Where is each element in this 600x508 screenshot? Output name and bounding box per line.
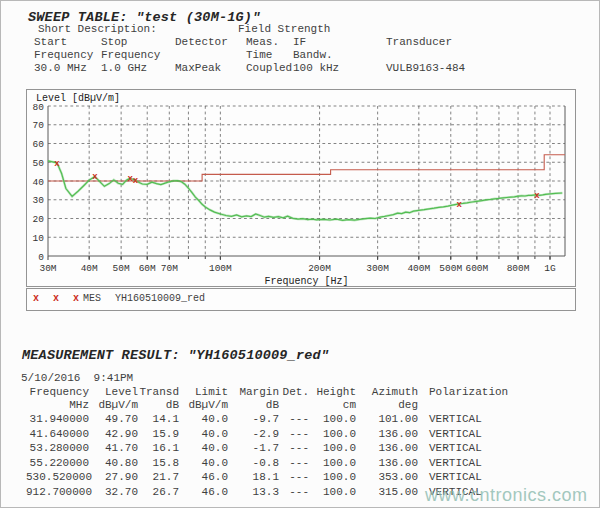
col-if-sub: Bandw. bbox=[293, 49, 333, 62]
svg-text:30M: 30M bbox=[39, 263, 56, 274]
measurement-result-title: MEASUREMENT RESULT: "YH160510009_red" bbox=[22, 348, 329, 363]
hdr-limit-unit: dBµV/m bbox=[179, 399, 228, 412]
result-cell: 40.0 bbox=[179, 441, 228, 456]
result-cell: 32.70 bbox=[89, 485, 138, 500]
sweep-values-row: 30.0 MHz 1.0 GHz MaxPeak Coupled 100 kHz… bbox=[26, 62, 586, 75]
col-meas-sub: Time bbox=[246, 49, 272, 62]
svg-text:40: 40 bbox=[33, 177, 45, 188]
hdr-transd-unit: dB bbox=[138, 399, 179, 412]
svg-text:400M: 400M bbox=[407, 263, 430, 274]
meas-time-value: Coupled bbox=[246, 62, 292, 75]
x-axis-label: Frequency [Hz] bbox=[264, 276, 348, 286]
col-start-sub: Frequency bbox=[34, 49, 93, 62]
result-cell: 26.7 bbox=[138, 485, 179, 500]
legend-trace-name: YH160510009_red bbox=[101, 293, 205, 304]
sweep-columns-header-1: Start Stop Detector Meas. IF Transducer bbox=[26, 36, 586, 49]
hdr-azimuth: Azimuth bbox=[356, 386, 418, 399]
result-cell: 100.0 bbox=[309, 412, 356, 427]
result-cell: 31.940000 bbox=[26, 412, 89, 427]
legend-mes-label: MES bbox=[83, 293, 101, 304]
result-row: 55.22000040.8015.840.0-0.8---100.0136.00… bbox=[26, 456, 518, 471]
svg-text:60M: 60M bbox=[139, 263, 156, 274]
marker-x-icon: x x x bbox=[27, 293, 83, 304]
hdr-frequency: Frequency bbox=[26, 386, 89, 399]
result-cell: 136.00 bbox=[356, 456, 418, 471]
result-cell: 315.00 bbox=[356, 485, 418, 500]
short-description-label: Short Description: bbox=[38, 23, 157, 36]
hdr-det-unit bbox=[279, 399, 309, 412]
svg-text:1G: 1G bbox=[544, 263, 556, 274]
svg-text:50: 50 bbox=[33, 158, 45, 169]
svg-text:20: 20 bbox=[33, 214, 45, 225]
chart-legend: x x xMESYH160510009_red bbox=[26, 288, 576, 311]
result-cell: --- bbox=[279, 412, 309, 427]
result-cell: --- bbox=[279, 456, 309, 471]
result-cell: 40.0 bbox=[179, 427, 228, 442]
result-cell: VERTICAL bbox=[418, 456, 518, 471]
result-cell: 41.640000 bbox=[26, 427, 89, 442]
level-chart-svg: 8070605040302010030M40M50M60M70M100M200M… bbox=[27, 90, 575, 286]
result-cell: --- bbox=[279, 470, 309, 485]
measurement-datetime: 5/10/2016 9:41PM bbox=[21, 372, 133, 384]
svg-text:800M: 800M bbox=[507, 263, 530, 274]
svg-text:30: 30 bbox=[33, 195, 45, 206]
hdr-transd: Transd bbox=[138, 386, 179, 399]
hdr-height-unit: cm bbox=[309, 399, 356, 412]
svg-text:300M: 300M bbox=[366, 263, 389, 274]
svg-text:200M: 200M bbox=[308, 263, 331, 274]
result-cell: 53.280000 bbox=[26, 441, 89, 456]
result-cell: -2.9 bbox=[228, 427, 279, 442]
result-cell: -1.7 bbox=[228, 441, 279, 456]
hdr-frequency-unit: MHz bbox=[26, 399, 89, 412]
result-cell: -0.8 bbox=[228, 456, 279, 471]
col-if-label: IF bbox=[293, 36, 306, 49]
result-cell: 16.1 bbox=[138, 441, 179, 456]
result-row: 31.94000049.7014.140.0-9.7---100.0101.00… bbox=[26, 412, 518, 427]
svg-text:70: 70 bbox=[33, 120, 45, 131]
result-row: 530.52000027.9021.746.018.1---100.0353.0… bbox=[26, 470, 518, 485]
col-stop-sub: Frequency bbox=[101, 49, 160, 62]
result-cell: 136.00 bbox=[356, 427, 418, 442]
result-cell: 353.00 bbox=[356, 470, 418, 485]
result-cell: 14.1 bbox=[138, 412, 179, 427]
result-cell: VERTICAL bbox=[418, 441, 518, 456]
result-cell: 530.520000 bbox=[26, 470, 89, 485]
result-row: 41.64000042.9015.940.0-2.9---100.0136.00… bbox=[26, 427, 518, 442]
result-cell: 49.70 bbox=[89, 412, 138, 427]
result-cell: 100.0 bbox=[309, 456, 356, 471]
result-cell: 100.0 bbox=[309, 427, 356, 442]
result-cell: 100.0 bbox=[309, 441, 356, 456]
col-detector-label: Detector bbox=[175, 36, 228, 49]
result-cell: --- bbox=[279, 427, 309, 442]
col-transducer-label: Transducer bbox=[386, 36, 452, 49]
result-cell: --- bbox=[279, 441, 309, 456]
marker-x-icon: x bbox=[457, 200, 463, 210]
hdr-level: Level bbox=[89, 386, 138, 399]
result-cell: VERTICAL bbox=[418, 412, 518, 427]
hdr-level-unit: dBµV/m bbox=[89, 399, 138, 412]
result-cell: 42.90 bbox=[89, 427, 138, 442]
limit-line bbox=[48, 155, 565, 181]
svg-text:10: 10 bbox=[33, 233, 45, 244]
result-cell: 912.700000 bbox=[26, 485, 89, 500]
result-cell: 136.00 bbox=[356, 441, 418, 456]
result-cell: 41.70 bbox=[89, 441, 138, 456]
level-chart: 8070605040302010030M40M50M60M70M100M200M… bbox=[26, 89, 576, 287]
watermark: www.cntronics.com bbox=[425, 485, 588, 506]
result-cell: 46.0 bbox=[179, 470, 228, 485]
result-cell: 46.0 bbox=[179, 485, 228, 500]
svg-text:70M: 70M bbox=[161, 263, 178, 274]
col-meas-label: Meas. bbox=[246, 36, 279, 49]
result-cell: 101.00 bbox=[356, 412, 418, 427]
hdr-limit: Limit bbox=[179, 386, 228, 399]
short-description-value: Field Strength bbox=[238, 23, 330, 36]
col-start-label: Start bbox=[34, 36, 67, 49]
result-cell: 27.90 bbox=[89, 470, 138, 485]
hdr-polarization-unit bbox=[418, 399, 518, 412]
result-cell: 40.80 bbox=[89, 456, 138, 471]
marker-x-icon: x bbox=[54, 159, 60, 169]
sweep-columns-header-2: Frequency Frequency Time Bandw. bbox=[26, 49, 586, 62]
short-description-line: Short Description: Field Strength bbox=[26, 23, 586, 36]
hdr-azimuth-unit: deg bbox=[356, 399, 418, 412]
result-cell: 40.0 bbox=[179, 456, 228, 471]
